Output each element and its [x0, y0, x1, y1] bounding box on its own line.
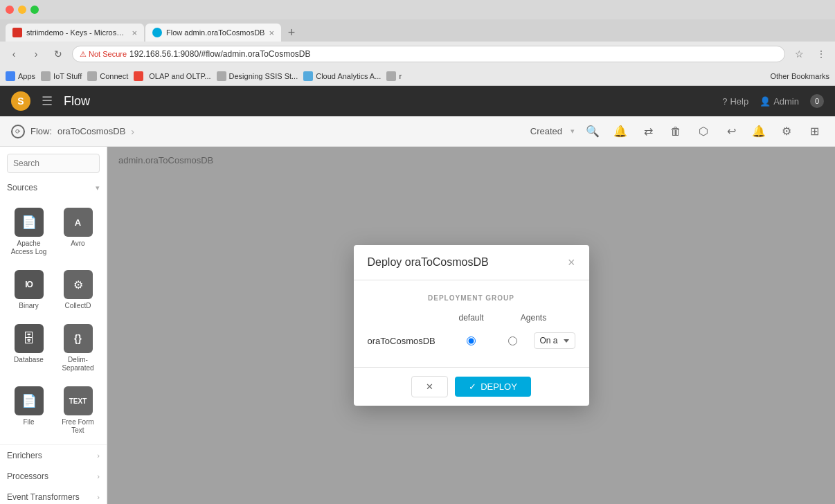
apache-label: ApacheAccess Log — [11, 240, 47, 256]
bookmark-r[interactable]: r — [386, 71, 402, 81]
event-transformers-item[interactable]: Event Transformers › — [0, 487, 107, 504]
app-title: Flow — [64, 94, 90, 109]
bookmarks-bar: Apps IoT Stuff Connect OLAP and OLTP... … — [0, 66, 835, 86]
browser-tab-2[interactable]: Flow admin.oraToCosmosDB × — [145, 24, 281, 42]
bookmark-cloud[interactable]: Cloud Analytics A... — [303, 71, 381, 81]
file-icon: 📄 — [15, 386, 44, 415]
cancel-button[interactable]: ✕ — [411, 376, 448, 397]
search-input[interactable] — [13, 159, 93, 168]
bookmark-s[interactable] — [134, 71, 143, 81]
tab-favicon-1 — [12, 28, 22, 37]
bookmark-iot[interactable]: IoT Stuff — [41, 71, 82, 81]
new-tab-button[interactable]: + — [282, 24, 300, 42]
maximize-window-button[interactable] — [30, 6, 39, 14]
breadcrumb-flow-label[interactable]: Flow: — [30, 126, 52, 136]
modal-close-button[interactable]: × — [568, 256, 575, 269]
source-avro[interactable]: A Avro — [55, 202, 101, 262]
notification-badge[interactable]: 0 — [810, 94, 824, 108]
sources-chevron: ▾ — [96, 183, 100, 192]
sources-grid: 📄 ApacheAccess Log A Avro IO Binary ⚙ Co… — [0, 198, 107, 444]
bookmark-apps[interactable]: Apps — [6, 71, 35, 81]
source-delim[interactable]: {} Delim-Separated — [55, 318, 101, 378]
col-header-default: default — [451, 313, 492, 323]
bookmark-olap[interactable]: OLAP and OLTP... — [149, 72, 210, 80]
source-collectd[interactable]: ⚙ CollectD — [55, 264, 101, 316]
radio-agents-container — [492, 336, 534, 345]
deploy-button[interactable]: ✓ DEPLOY — [455, 377, 531, 397]
undo-btn[interactable]: ↩ — [721, 122, 741, 141]
avro-label: Avro — [71, 240, 84, 248]
browser-addressbar: ‹ › ↻ ⚠ Not Secure 192.168.56.1:9080/#fl… — [0, 42, 835, 66]
apache-icon: 📄 — [15, 208, 44, 237]
processors-item[interactable]: Processors › — [0, 466, 107, 487]
user-menu[interactable]: 👤 Admin — [760, 96, 799, 107]
bookmark-apps-icon — [6, 71, 15, 81]
deploy-modal: Deploy oraToCosmosDB × DEPLOYMENT GROUP … — [354, 245, 589, 406]
minimize-window-button[interactable] — [18, 6, 26, 14]
bookmark-connect-icon — [87, 71, 97, 81]
other-bookmarks[interactable]: Other Bookmarks — [770, 72, 829, 80]
hamburger-menu[interactable]: ☰ — [42, 93, 53, 109]
modal-header: Deploy oraToCosmosDB × — [354, 245, 589, 280]
bookmark-connect[interactable]: Connect — [87, 71, 128, 81]
source-binary[interactable]: IO Binary — [6, 264, 52, 316]
binary-label: Binary — [19, 302, 38, 310]
breadcrumb-flow-name[interactable]: oraToCosmosDB — [57, 126, 125, 136]
alert-btn[interactable]: 🔔 — [611, 122, 630, 141]
search-btn[interactable]: 🔍 — [583, 122, 602, 141]
flow-btn[interactable]: ⇄ — [638, 122, 658, 141]
extensions-button[interactable]: ⋮ — [813, 46, 829, 62]
tab-close-2[interactable]: × — [269, 28, 274, 38]
deploy-table-header: default Agents — [368, 310, 575, 328]
delim-icon: {} — [64, 324, 93, 353]
radio-default-container — [451, 336, 492, 345]
deploy-node-dropdown[interactable]: On any one node On all nodes On specific… — [534, 332, 575, 349]
grid-btn[interactable]: ⊞ — [805, 122, 824, 141]
close-window-button[interactable] — [6, 6, 14, 14]
app: S ☰ Flow ? Help 👤 Admin 0 ⟳ Flow: oraToC… — [0, 86, 835, 504]
collectd-label: CollectD — [65, 302, 91, 310]
radio-agents[interactable] — [508, 336, 517, 345]
col-header-name — [368, 313, 451, 323]
source-database[interactable]: 🗄 Database — [6, 318, 52, 378]
enrichers-item[interactable]: Enrichers › — [0, 445, 107, 466]
processors-chevron: › — [97, 472, 100, 480]
freeform-label: Free FormText — [62, 418, 94, 435]
created-label: Created — [530, 126, 562, 136]
radio-default[interactable] — [467, 336, 476, 345]
flow-icon: ⟳ — [11, 125, 25, 138]
tab-close-1[interactable]: × — [132, 28, 137, 38]
database-label: Database — [14, 356, 44, 364]
settings-btn[interactable]: ⚙ — [777, 122, 796, 141]
bookmark-s-icon — [134, 71, 143, 81]
node-select[interactable]: On any one node On all nodes On specific… — [534, 332, 575, 349]
sources-section: Sources ▾ 📄 ApacheAccess Log A Avro IO B… — [0, 177, 107, 445]
app-logo: S — [11, 91, 30, 111]
enrichers-chevron: › — [97, 451, 100, 460]
forward-button[interactable]: › — [28, 46, 44, 62]
reload-button[interactable]: ↻ — [50, 46, 66, 62]
deploy-btn[interactable]: ⬡ — [694, 122, 713, 141]
deploy-check-icon: ✓ — [469, 381, 476, 392]
help-button[interactable]: ? Help — [722, 96, 748, 107]
delete-btn[interactable]: 🗑 — [666, 122, 685, 141]
notification-btn[interactable]: 🔔 — [749, 122, 769, 141]
back-button[interactable]: ‹ — [6, 46, 22, 62]
tab-favicon-2 — [152, 28, 162, 37]
browser-tab-1[interactable]: striimdemo - Keys - Microsof... × — [6, 24, 144, 42]
bookmark-r-icon — [386, 71, 396, 81]
source-file[interactable]: 📄 File — [6, 381, 52, 440]
deploy-row-1: oraToCosmosDB On any one node — [368, 328, 575, 353]
address-bar[interactable]: ⚠ Not Secure 192.168.56.1:9080/#flow/adm… — [72, 46, 785, 62]
not-secure-indicator: ⚠ Not Secure — [80, 50, 127, 59]
file-label: File — [23, 418, 34, 426]
bookmark-ssis[interactable]: Designing SSIS St... — [217, 71, 298, 81]
source-apache[interactable]: 📄 ApacheAccess Log — [6, 202, 52, 262]
modal-title: Deploy oraToCosmosDB — [368, 256, 489, 269]
binary-icon: IO — [15, 270, 44, 299]
search-box[interactable] — [7, 154, 100, 173]
created-chevron[interactable]: ▾ — [571, 127, 575, 136]
bookmarks-button[interactable]: ☆ — [791, 46, 807, 62]
source-freeform[interactable]: TEXT Free FormText — [55, 381, 101, 440]
sources-header[interactable]: Sources ▾ — [0, 177, 107, 198]
